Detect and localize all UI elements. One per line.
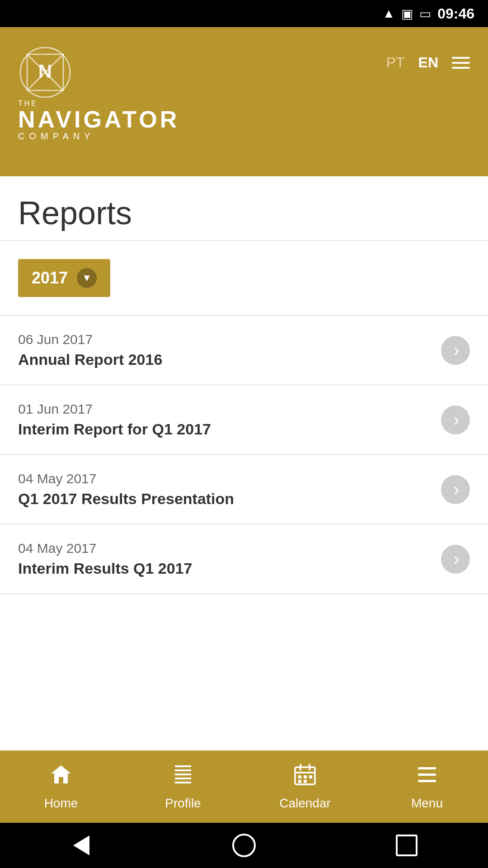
report-arrow-1	[441, 406, 470, 434]
battery-icon: ▭	[419, 6, 431, 21]
chevron-down-icon: ▼	[77, 268, 97, 288]
report-item-content-3: 04 May 2017 Interim Results Q1 2017	[18, 541, 192, 577]
nav-item-menu[interactable]: Menu	[366, 763, 488, 811]
report-title-0: Annual Report 2016	[18, 351, 162, 368]
report-item-content-2: 04 May 2017 Q1 2017 Results Presentation	[18, 471, 234, 508]
android-navigation-bar	[0, 823, 488, 868]
calendar-icon	[293, 763, 317, 792]
bottom-navigation: Home Profile	[0, 750, 488, 823]
android-back-button[interactable]	[68, 832, 95, 859]
nav-label-profile: Profile	[165, 796, 201, 811]
report-item-2[interactable]: 04 May 2017 Q1 2017 Results Presentation	[0, 455, 488, 524]
report-date-3: 04 May 2017	[18, 541, 192, 556]
svg-rect-5	[175, 765, 191, 767]
nav-label-menu: Menu	[411, 796, 443, 811]
report-item-0[interactable]: 06 Jun 2017 Annual Report 2016	[0, 316, 488, 385]
report-title-3: Interim Results Q1 2017	[18, 560, 192, 577]
logo-container: N THE NAVIGATOR COMPANY	[18, 45, 179, 142]
hamburger-menu-button[interactable]	[452, 57, 470, 69]
report-date-1: 01 Jun 2017	[18, 401, 211, 417]
report-arrow-0	[441, 336, 470, 365]
svg-rect-14	[298, 775, 301, 778]
report-item-3[interactable]: 04 May 2017 Interim Results Q1 2017	[0, 524, 488, 594]
report-date-2: 04 May 2017	[18, 471, 234, 486]
year-dropdown[interactable]: 2017 ▼	[18, 259, 110, 297]
report-item-content-0: 06 Jun 2017 Annual Report 2016	[18, 332, 162, 368]
svg-rect-8	[175, 778, 191, 779]
nav-item-profile[interactable]: Profile	[122, 763, 244, 811]
header-actions: PT EN	[386, 54, 470, 71]
logo-navigator-text: NAVIGATOR	[18, 108, 179, 131]
svg-rect-7	[175, 774, 191, 775]
report-title-2: Q1 2017 Results Presentation	[18, 490, 234, 508]
app-header: N THE NAVIGATOR COMPANY PT EN	[0, 27, 488, 176]
logo-company-text: COMPANY	[18, 131, 95, 142]
title-divider	[0, 241, 488, 241]
menu-icon	[415, 763, 439, 792]
page-title: Reports	[0, 176, 488, 241]
svg-rect-15	[304, 775, 307, 778]
page-content: Reports 2017 ▼ 06 Jun 2017 Annual Report…	[0, 176, 488, 594]
nav-item-home[interactable]: Home	[0, 763, 122, 811]
svg-rect-19	[418, 767, 436, 769]
report-date-0: 06 Jun 2017	[18, 332, 162, 347]
svg-rect-6	[175, 769, 191, 771]
profile-icon	[171, 763, 195, 792]
svg-rect-20	[418, 774, 436, 776]
nav-label-calendar: Calendar	[279, 796, 331, 811]
svg-rect-21	[418, 780, 436, 782]
status-time: 09:46	[437, 5, 474, 22]
svg-rect-18	[304, 780, 307, 783]
android-recents-button[interactable]	[393, 832, 420, 859]
signal-icon: ▣	[401, 6, 413, 21]
nav-item-calendar[interactable]: Calendar	[244, 763, 366, 811]
report-arrow-2	[441, 475, 470, 504]
home-icon	[49, 763, 73, 792]
report-item-1[interactable]: 01 Jun 2017 Interim Report for Q1 2017	[0, 385, 488, 455]
report-item-content-1: 01 Jun 2017 Interim Report for Q1 2017	[18, 401, 211, 438]
report-arrow-3	[441, 545, 470, 574]
year-label: 2017	[32, 269, 68, 288]
lang-pt-button[interactable]: PT	[386, 54, 405, 71]
report-title-1: Interim Report for Q1 2017	[18, 420, 211, 438]
company-logo: N	[18, 45, 72, 99]
svg-text:N: N	[38, 61, 52, 82]
nav-label-home: Home	[44, 796, 78, 811]
svg-rect-16	[309, 775, 312, 778]
svg-rect-17	[298, 780, 301, 783]
report-list: 06 Jun 2017 Annual Report 2016 01 Jun 20…	[0, 316, 488, 594]
wifi-icon: ▲	[382, 6, 395, 21]
svg-rect-9	[175, 782, 191, 783]
status-bar: ▲ ▣ ▭ 09:46	[0, 0, 488, 27]
android-home-button[interactable]	[230, 832, 258, 859]
lang-en-button[interactable]: EN	[418, 54, 438, 71]
